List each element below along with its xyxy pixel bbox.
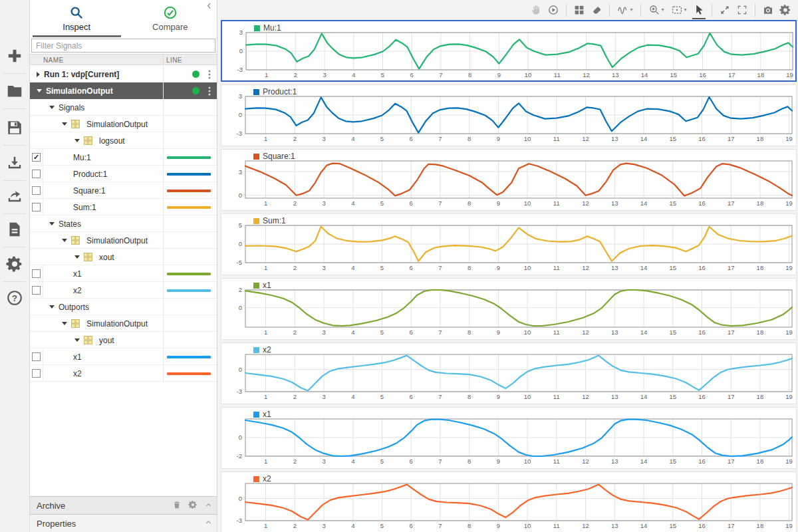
export-button[interactable] (0, 182, 29, 211)
signal-row[interactable]: x1 (30, 265, 217, 282)
chart-product1[interactable]: 1234567891011121314151617181930-3Product… (221, 84, 797, 146)
chevron-up-button[interactable] (204, 518, 213, 527)
tree-row-content: States (30, 215, 162, 232)
svg-text:8: 8 (467, 458, 471, 465)
tree-row[interactable]: States (30, 215, 217, 232)
tree-row[interactable]: SimulationOutput (30, 116, 217, 132)
dropdown-caret-icon[interactable]: ▾ (661, 7, 664, 13)
tree-row[interactable]: Run 1: vdp[Current] (30, 66, 217, 82)
import-button[interactable] (0, 148, 29, 178)
signal-row[interactable]: Square:1 (30, 182, 217, 199)
dropdown-caret-icon[interactable]: ▾ (630, 7, 632, 13)
subplot-layout-button[interactable] (571, 1, 588, 19)
pointer-tool-button[interactable] (690, 1, 708, 19)
gear-button[interactable] (188, 500, 198, 509)
chart-outports-x1[interactable]: 123456789101112131415161718190-2x1 (221, 407, 797, 469)
chart-square1[interactable]: 1234567891011121314151617181930Square:1 (221, 149, 797, 211)
tree-row-label: logsout (99, 136, 125, 146)
tab-compare[interactable]: Compare (124, 0, 217, 37)
tab-compare-label: Compare (152, 22, 188, 32)
chart-states-x1[interactable]: 1234567891011121314151617181920x1 (221, 278, 797, 340)
fullscreen-button[interactable] (733, 1, 751, 19)
expander-down-icon[interactable] (49, 222, 55, 225)
signal-row[interactable]: Product:1 (30, 166, 217, 182)
tree-row[interactable]: SimulationOutput (30, 82, 217, 99)
chart-sum1[interactable]: 1234567891011121314151617181950-5Sum:1 (221, 213, 797, 275)
chart-mu1[interactable]: 1234567891011121314151617181930-3Mu:1 (221, 20, 797, 82)
tree-row[interactable]: SimulationOutput (30, 232, 217, 249)
expander-down-icon[interactable] (49, 305, 55, 309)
legend-label: Mu:1 (263, 23, 281, 33)
new-session-button[interactable] (0, 41, 29, 70)
collapse-panel-button[interactable] (205, 1, 215, 12)
expand-icon (719, 4, 731, 16)
tree-row[interactable]: xout (30, 249, 217, 265)
clear-plots-button[interactable] (588, 1, 605, 19)
help-button[interactable]: ? (0, 283, 29, 313)
signal-row[interactable]: x2 (30, 282, 217, 299)
signal-row[interactable]: ✓Mu:1 (30, 149, 217, 166)
line-style-swatch[interactable] (167, 289, 211, 292)
check-circle-icon (163, 5, 178, 20)
line-style-swatch[interactable] (167, 156, 211, 159)
tree-row[interactable]: yout (30, 332, 217, 348)
archive-bar[interactable]: Archive (30, 496, 217, 514)
signal-row[interactable]: x1 (30, 348, 217, 365)
expander-down-icon[interactable] (62, 122, 67, 126)
svg-text:2: 2 (293, 458, 297, 465)
row-options-button[interactable] (207, 86, 211, 96)
expander-down-icon[interactable] (74, 139, 80, 142)
expander-down-icon[interactable] (62, 322, 67, 325)
expander-down-icon[interactable] (49, 106, 55, 109)
line-style-swatch[interactable] (167, 372, 211, 375)
export-icon (6, 188, 23, 205)
expander-right-icon[interactable] (37, 72, 40, 77)
preferences-button[interactable] (0, 249, 29, 279)
chart-states-x2[interactable]: 123456789101112131415161718190-3x2 (221, 342, 797, 404)
expander-down-icon[interactable] (74, 255, 80, 259)
properties-bar[interactable]: Properties (30, 514, 217, 532)
chart-outports-x2[interactable]: 123456789101112131415161718190-3x2 (221, 471, 797, 532)
filter-signals-input[interactable] (31, 39, 215, 53)
svg-text:16: 16 (698, 200, 706, 207)
row-options-button[interactable] (207, 69, 211, 79)
open-button[interactable] (0, 76, 29, 106)
line-style-swatch[interactable] (167, 356, 211, 358)
signal-row[interactable]: x2 (30, 365, 217, 382)
snapshot-button[interactable] (759, 1, 777, 19)
fit-to-view-button[interactable]: ▾ (668, 1, 690, 19)
tree-row[interactable]: Outports (30, 299, 217, 315)
svg-text:7: 7 (438, 458, 442, 465)
expand-axes-button[interactable] (716, 1, 733, 19)
chevron-left-icon (205, 1, 214, 11)
tree-row-label: States (59, 219, 81, 229)
tab-inspect[interactable]: Inspect (30, 0, 124, 37)
line-style-swatch[interactable] (167, 273, 211, 275)
line-style-swatch[interactable] (167, 173, 211, 176)
plot-settings-button[interactable] (777, 1, 794, 19)
import-icon (6, 154, 23, 172)
expander-down-icon[interactable] (37, 89, 42, 92)
trash-button[interactable] (172, 500, 182, 509)
tree-row[interactable]: Signals (30, 99, 217, 116)
signal-display-button[interactable]: ▾ (614, 1, 636, 19)
tree-row[interactable]: SimulationOutput (30, 315, 217, 332)
pan-button[interactable] (527, 1, 545, 19)
zoom-button[interactable]: ▾ (645, 1, 668, 19)
column-header-name: NAME (43, 57, 64, 64)
tree-row-label: Run 1: vdp[Current] (44, 70, 119, 79)
line-style-swatch[interactable] (167, 190, 211, 192)
tree-row-label: x2 (73, 369, 82, 378)
replay-button[interactable] (545, 1, 562, 19)
grid-icon (84, 136, 92, 145)
create-report-button[interactable] (0, 215, 29, 244)
tree-row[interactable]: logsout (30, 132, 217, 149)
plus-icon (6, 47, 23, 65)
save-button[interactable] (0, 113, 29, 142)
expander-down-icon[interactable] (62, 239, 67, 242)
line-style-swatch[interactable] (167, 206, 211, 209)
expander-down-icon[interactable] (74, 338, 80, 342)
chevron-up-button[interactable] (204, 501, 213, 509)
signal-row[interactable]: Sum:1 (30, 199, 217, 215)
dropdown-caret-icon[interactable]: ▾ (684, 7, 686, 13)
